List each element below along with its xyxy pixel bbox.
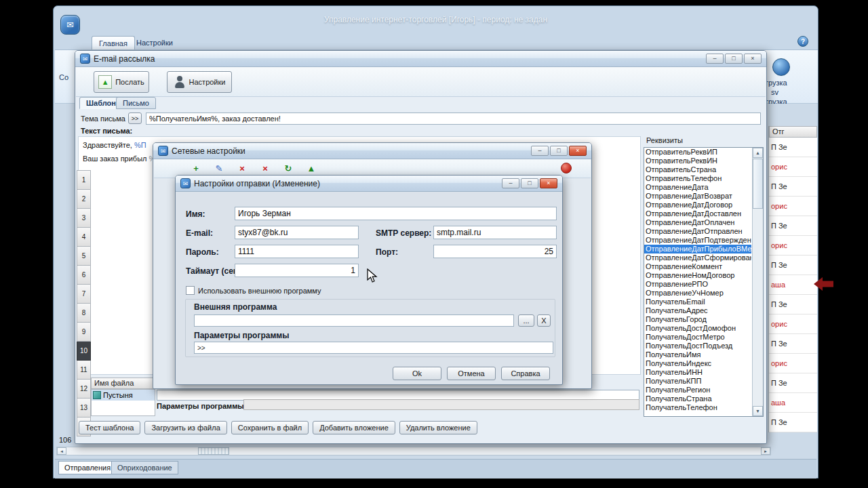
smtp-field[interactable] — [433, 226, 557, 239]
email-action-button[interactable]: Тест шаблона — [79, 421, 140, 434]
scrollbar-thumb[interactable] — [198, 447, 229, 455]
grid-cell-fragment[interactable]: П Зе — [769, 373, 817, 393]
minimize-button[interactable]: – — [502, 178, 519, 188]
send-button[interactable]: ▲ Послать — [94, 71, 149, 93]
maximize-button[interactable]: □ — [550, 146, 568, 156]
grid-cell-fragment[interactable]: аша — [769, 393, 817, 413]
grid-cell-fragment[interactable]: П Зе — [769, 334, 817, 354]
port-field[interactable] — [433, 245, 557, 258]
program-params-field[interactable] — [243, 399, 639, 410]
grid-cell-fragment[interactable]: П Зе — [769, 295, 817, 314]
requisite-item[interactable]: ОтправлениеНомДоговор — [644, 271, 751, 280]
minimize-button[interactable]: – — [706, 54, 724, 64]
scroll-left-icon[interactable]: ◄ — [57, 447, 66, 455]
grid-row-number[interactable]: 10 — [77, 342, 91, 361]
requisite-item[interactable]: ОтправлениеДатПодтвержден — [644, 236, 751, 245]
export-icon[interactable] — [772, 58, 790, 76]
grid-row-number[interactable]: 5 — [77, 247, 91, 266]
requisite-item[interactable]: ПолучательГород — [644, 315, 751, 324]
network-window-titlebar[interactable]: ✉ Сетевые настройки – □ × — [153, 143, 591, 159]
grid-cell-fragment[interactable]: П Зе — [769, 256, 817, 275]
scroll-down-icon[interactable]: ▼ — [753, 406, 763, 416]
requisite-item[interactable]: ПолучательДостПодъезд — [644, 342, 751, 350]
subject-expand-button[interactable]: >> — [128, 113, 142, 124]
scrollbar-thumb[interactable] — [753, 159, 763, 209]
requisite-item[interactable]: ОтправлениеРПО — [644, 280, 751, 289]
email-action-button[interactable]: Загрузить из файла — [144, 421, 226, 434]
file-column-header[interactable]: Имя файла — [91, 378, 155, 389]
close-button[interactable]: × — [569, 146, 587, 156]
refresh-icon[interactable]: ↻ — [281, 161, 295, 175]
bottom-tab-receipts[interactable]: Оприходование — [111, 461, 178, 474]
grid-row-number[interactable]: 8 — [77, 304, 91, 323]
grid-row-number[interactable]: 4 — [77, 228, 91, 247]
tab-home[interactable]: Главная — [92, 36, 135, 49]
program-params-field[interactable]: >> — [194, 342, 553, 354]
tab-letter[interactable]: Письмо — [116, 97, 156, 109]
cancel-button[interactable]: Отмена — [447, 367, 496, 380]
grid-cell-fragment[interactable]: П Зе — [769, 216, 817, 236]
close-button[interactable]: × — [744, 54, 762, 64]
grid-cell-fragment[interactable]: орис — [769, 236, 817, 256]
requisite-item[interactable]: ОтправлениеДатОтправлен — [644, 227, 751, 236]
password-field[interactable] — [235, 245, 359, 258]
app-icon[interactable]: ✉ — [60, 15, 80, 35]
requisite-item[interactable]: ОтправительРеквИП — [644, 148, 751, 157]
name-field[interactable] — [235, 207, 557, 220]
grid-row-number[interactable]: 6 — [77, 266, 91, 285]
grid-cell-fragment[interactable]: орис — [769, 197, 817, 216]
grid-row-number[interactable]: 7 — [77, 285, 91, 304]
requisite-item[interactable]: ПолучательТелефон — [644, 403, 751, 412]
email-action-button[interactable]: Удалить вложение — [399, 421, 477, 434]
grid-cell-fragment[interactable]: аша — [769, 275, 817, 295]
grid-cell-fragment[interactable]: орис — [769, 314, 817, 334]
email-window-titlebar[interactable]: ✉ E-mail рассылка – □ × — [75, 51, 766, 67]
requisite-item[interactable]: ОтправительРеквИН — [644, 157, 751, 165]
grid-row-number[interactable]: 1 — [77, 171, 91, 190]
grid-row-number[interactable]: 12 — [77, 380, 91, 399]
timeout-field[interactable] — [235, 264, 359, 277]
requisite-item[interactable]: ОтправлениеДатПрибылоВМес — [644, 245, 751, 253]
remove-icon[interactable]: × — [258, 161, 272, 175]
tab-settings[interactable]: Настройки — [130, 36, 180, 49]
requisites-scrollbar[interactable]: ▲ ▼ — [752, 148, 763, 416]
requisite-item[interactable]: ОтправлениеКоммент — [644, 262, 751, 271]
help-button[interactable]: Справка — [501, 367, 550, 380]
maximize-button[interactable]: □ — [725, 54, 743, 64]
requisite-item[interactable]: ПолучательКПП — [644, 377, 751, 386]
requisite-item[interactable]: ПолучательИНН — [644, 368, 751, 377]
requisite-item[interactable]: ПолучательИндекс — [644, 359, 751, 368]
clear-button[interactable]: X — [537, 314, 551, 327]
requisite-item[interactable]: ОтправительТелефон — [644, 174, 751, 183]
help-icon[interactable]: ? — [797, 36, 808, 47]
grid-cell-fragment[interactable]: орис — [769, 157, 817, 177]
dialog-titlebar[interactable]: ✉ Настройки отправки (Изменение) – □ × — [176, 176, 562, 192]
settings-button[interactable]: Настройки — [167, 71, 232, 93]
grid-cell-fragment[interactable]: П Зе — [769, 177, 817, 197]
requisite-item[interactable]: ПолучательРегион — [644, 386, 751, 394]
subject-input[interactable] — [146, 113, 761, 125]
grid-cell-fragment[interactable]: П Зе — [769, 413, 817, 432]
add-icon[interactable]: + — [189, 161, 203, 175]
requisite-item[interactable]: ПолучательДостМетро — [644, 333, 751, 342]
grid-row-number[interactable]: 11 — [77, 361, 91, 380]
requisite-item[interactable]: ПолучательАдрес — [644, 306, 751, 315]
requisite-item[interactable]: ПолучательИмя — [644, 350, 751, 359]
requisite-item[interactable]: ОтправлениеДатДоставлен — [644, 209, 751, 218]
edit-icon[interactable]: ✎ — [212, 161, 226, 175]
email-field[interactable] — [235, 226, 359, 239]
stop-icon[interactable] — [561, 163, 572, 174]
grid-cell-fragment[interactable]: П Зе — [769, 138, 817, 157]
upload-icon[interactable]: ▲ — [304, 161, 318, 175]
requisite-item[interactable]: ОтправлениеДатОплачен — [644, 218, 751, 227]
grid-cell-fragment[interactable]: орис — [769, 354, 817, 373]
email-action-button[interactable]: Добавить вложение — [313, 421, 395, 434]
bottom-tab-shipments[interactable]: Отправления — [58, 461, 117, 474]
delete-icon[interactable]: × — [235, 161, 249, 175]
requisite-item[interactable]: ОтправлениеДата — [644, 183, 751, 192]
grid-row-number[interactable]: 9 — [77, 323, 91, 342]
requisite-item[interactable]: ОтправительСтрана — [644, 165, 751, 174]
params-expand-icon[interactable]: >> — [197, 344, 205, 352]
requisite-item[interactable]: ПолучательEmail — [644, 298, 751, 306]
grid-row-number[interactable]: 13 — [77, 399, 91, 418]
